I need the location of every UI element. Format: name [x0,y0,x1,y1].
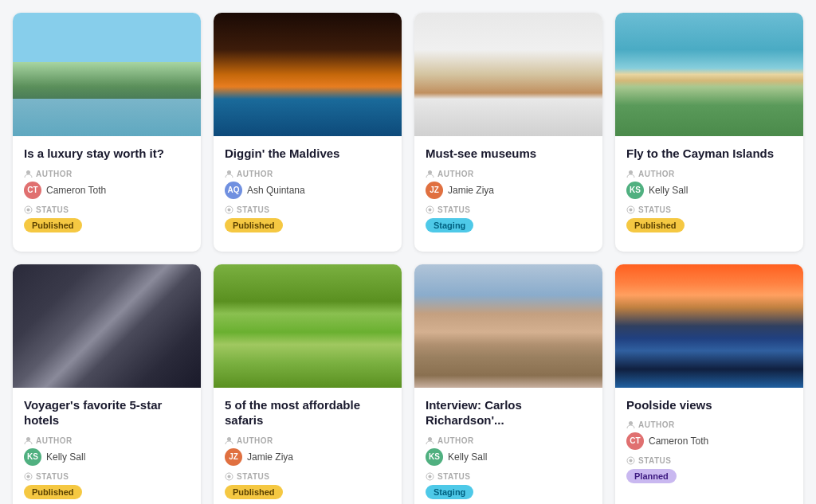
person-icon [426,436,434,445]
status-icon [24,472,33,481]
status-icon [626,456,635,465]
card-card-2[interactable]: Diggin' the Maldives AUTHOR AQ Ash Quint… [214,13,402,252]
author-section: AUTHOR AQ Ash Quintana [225,170,390,199]
card-body: Interview: Carlos Richardson'... AUTHOR … [414,388,602,505]
card-image [414,13,602,136]
status-section: STATUS Published [225,205,390,232]
card-card-7[interactable]: Interview: Carlos Richardson'... AUTHOR … [414,264,602,505]
status-badge: Planned [626,469,677,483]
card-card-8[interactable]: Poolside views AUTHOR CT Cameron Toth [615,264,803,505]
card-image [13,264,201,388]
author-name: Kelly Sall [448,451,487,463]
svg-point-6 [428,170,432,174]
svg-point-18 [428,437,432,441]
svg-point-20 [429,475,432,478]
card-card-5[interactable]: Voyager's favorite 5-star hotels AUTHOR … [13,264,201,505]
author-label: AUTHOR [426,436,591,445]
card-image [615,264,803,388]
svg-point-15 [227,437,231,441]
card-title: Diggin' the Maldives [225,146,390,162]
card-title: Fly to the Cayman Islands [626,146,792,162]
status-label: STATUS [626,456,792,465]
card-image [214,264,402,388]
author-name: Jamie Ziya [448,185,494,196]
author-section: AUTHOR KS Kelly Sall [426,436,591,466]
svg-point-14 [27,475,30,478]
author-name: Cameron Toth [46,185,106,196]
status-label: STATUS [24,205,190,214]
status-badge: Published [225,218,283,232]
card-card-6[interactable]: 5 of the most affordable safaris AUTHOR … [214,264,402,505]
status-badge: Published [225,485,283,499]
person-icon [24,436,33,445]
author-section: AUTHOR KS Kelly Sall [24,436,190,466]
author-row: JZ Jamie Ziya [426,182,591,199]
person-icon [426,170,434,178]
svg-point-5 [228,208,231,211]
card-title: Voyager's favorite 5-star hotels [24,397,190,428]
author-avatar: KS [626,182,644,199]
card-card-4[interactable]: Fly to the Cayman Islands AUTHOR KS Kell… [615,13,803,252]
author-name: Jamie Ziya [247,451,293,463]
author-row: AQ Ash Quintana [225,182,390,199]
status-badge: Published [626,218,685,232]
card-image [414,264,602,388]
svg-point-17 [228,475,231,478]
author-section: AUTHOR CT Cameron Toth [626,420,792,450]
person-icon [24,170,33,178]
author-section: AUTHOR JZ Jamie Ziya [225,436,390,466]
status-label: STATUS [426,472,591,481]
svg-point-3 [227,170,231,174]
status-icon [24,205,33,214]
author-avatar: CT [626,432,644,450]
svg-point-9 [629,170,633,174]
status-badge: Staging [426,218,473,232]
person-icon [225,170,233,178]
card-body: 5 of the most affordable safaris AUTHOR … [214,388,402,505]
status-section: STATUS Published [24,205,190,232]
author-label: AUTHOR [626,170,792,178]
card-image [13,13,201,136]
status-label: STATUS [626,205,792,214]
card-title: Interview: Carlos Richardson'... [426,397,591,428]
card-body: Must-see museums AUTHOR JZ Jamie Ziya [414,136,602,252]
author-row: JZ Jamie Ziya [225,448,390,466]
status-section: STATUS Staging [426,472,591,499]
author-label: AUTHOR [24,436,190,445]
author-avatar: KS [24,448,41,466]
author-avatar: CT [24,182,41,199]
author-avatar: AQ [225,182,242,199]
author-label: AUTHOR [626,420,792,429]
svg-point-21 [629,421,633,425]
card-body: Poolside views AUTHOR CT Cameron Toth [615,388,803,503]
svg-point-12 [26,437,30,441]
card-title: Poolside views [626,397,792,413]
status-icon [426,205,434,214]
status-icon [426,472,434,481]
author-name: Cameron Toth [649,436,708,447]
card-title: Must-see museums [426,146,591,162]
card-body: Diggin' the Maldives AUTHOR AQ Ash Quint… [214,136,402,252]
author-label: AUTHOR [426,170,591,178]
status-section: STATUS Published [626,205,792,232]
status-label: STATUS [24,472,190,481]
card-title: Is a luxury stay worth it? [24,146,190,162]
card-card-1[interactable]: Is a luxury stay worth it? AUTHOR CT Cam… [13,13,201,252]
svg-point-0 [26,170,30,174]
author-avatar: KS [426,448,443,466]
svg-point-23 [630,459,633,463]
status-icon [225,205,233,214]
author-section: AUTHOR CT Cameron Toth [24,170,190,199]
status-label: STATUS [225,472,390,481]
card-card-3[interactable]: Must-see museums AUTHOR JZ Jamie Ziya [414,13,602,252]
author-row: CT Cameron Toth [24,182,190,199]
author-section: AUTHOR KS Kelly Sall [626,170,792,199]
author-name: Ash Quintana [247,185,305,196]
status-icon [626,205,635,214]
author-name: Kelly Sall [46,451,85,463]
svg-point-11 [630,208,633,211]
status-section: STATUS Staging [426,205,591,232]
author-row: CT Cameron Toth [626,432,792,450]
status-label: STATUS [225,205,390,214]
status-section: STATUS Published [24,472,190,499]
